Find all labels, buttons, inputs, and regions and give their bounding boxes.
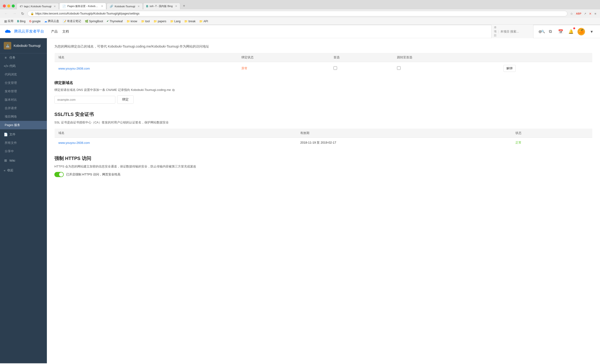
notifications-button[interactable]: 🔔: [567, 28, 575, 35]
sidebar-item-wiki[interactable]: ⊞ Wiki: [0, 156, 47, 164]
menu-button[interactable]: ≡: [593, 11, 597, 16]
bind-domain-button[interactable]: 绑定: [117, 95, 134, 104]
domain-link[interactable]: www.youyou-2608.com: [58, 67, 90, 70]
bookmark-break[interactable]: 📁 break: [183, 19, 197, 23]
address-actions: ☆ ABP ↗ ✕ ≡: [569, 11, 597, 16]
bookmark-youdao-label: 有道云笔记: [67, 19, 81, 23]
bookmark-youdao[interactable]: 📝 有道云笔记: [61, 19, 83, 24]
bookmark-star-button[interactable]: ☆: [569, 11, 574, 16]
bookmark-thymeleaf-label: Thymeleaf: [109, 20, 122, 23]
folder-lang-icon: 📁: [170, 20, 174, 23]
https-section-desc: HTTPS 会为您的网站建立加密的信息安全通道，保证数据传输的安全，防止传输内容…: [54, 164, 592, 169]
https-toggle[interactable]: [54, 172, 64, 177]
code-icon: </>: [4, 64, 8, 68]
tab-2-icon: 📄: [62, 5, 66, 8]
adblock-button[interactable]: ABP: [575, 12, 582, 16]
reload-button[interactable]: ↻: [20, 11, 26, 16]
bookmark-tencent-cloud[interactable]: ☁ 腾讯云盘: [43, 19, 60, 24]
sidebar-item-merge-request[interactable]: 合并请求: [0, 104, 47, 112]
url-bar[interactable]: 🔒 https://dev.tencent.com/u/Kobobuki-Tsu…: [28, 11, 567, 16]
search-box[interactable]: 本项目 | 🔍: [491, 24, 534, 39]
sidebar-item-project-network[interactable]: 项目网络: [0, 112, 47, 121]
bookmark-thymeleaf[interactable]: ✔ Thymeleaf: [105, 19, 124, 23]
https-section-title: 强制 HTTPS 访问: [54, 155, 592, 162]
lock-icon: 🔒: [30, 12, 34, 15]
back-button[interactable]: ←: [3, 11, 9, 16]
sidebar-item-files[interactable]: 📄 文件: [0, 130, 47, 139]
minimize-button[interactable]: [7, 4, 10, 8]
apps-grid-icon: ⊞: [4, 19, 7, 23]
sidebar-item-tasks[interactable]: ≡ 任务: [0, 53, 47, 62]
extension-btn-2[interactable]: ✕: [588, 11, 592, 16]
bookmark-springboot[interactable]: 🌿 SpringBoot: [84, 19, 104, 23]
chevron-left-icon: «: [4, 169, 5, 172]
sidebar-sharing-label: 分享中: [5, 149, 14, 154]
domain-status-badge: 异常: [241, 66, 247, 70]
tab-2-close[interactable]: ✕: [101, 5, 103, 8]
dropdown-button[interactable]: ▾: [588, 28, 595, 35]
bookmark-bing[interactable]: B Bing: [16, 19, 27, 23]
add-button[interactable]: ⊕: [536, 28, 544, 35]
browser-tab-3[interactable]: 🔗 Kotobuki-Tsumugi ✕: [107, 3, 142, 9]
https-toggle-label: 已开启强制 HTTPS 访问，网页安全性高: [66, 173, 121, 177]
preferred-checkbox[interactable]: [334, 66, 337, 70]
bookmark-api-label: API: [203, 20, 208, 23]
project-avatar: 🏯: [4, 42, 11, 49]
copy-button[interactable]: ⧉: [547, 28, 554, 35]
ssl-status-col-header: 状态: [512, 129, 592, 138]
sidebar-merge-label: 合并请求: [5, 106, 17, 110]
forward-button[interactable]: →: [11, 11, 18, 16]
close-button[interactable]: [3, 4, 6, 8]
extension-btn-1[interactable]: ↗: [583, 12, 587, 16]
ssl-domain-link[interactable]: www.youyou-2608.com: [58, 141, 90, 145]
sidebar-item-diff[interactable]: 版本对比: [0, 96, 47, 104]
bookmark-know[interactable]: 📁 know: [125, 19, 139, 23]
calendar-icon: 📅: [558, 29, 563, 34]
maximize-button[interactable]: [12, 4, 15, 8]
folder-tool-icon: 📁: [141, 20, 145, 23]
youdao-icon: 📝: [63, 20, 66, 23]
user-avatar[interactable]: 🍊: [578, 28, 585, 35]
top-nav-right: 本项目 | 🔍 ⊕ ⧉ 📅 🔔 🍊 ▾: [491, 24, 595, 39]
bookmark-google[interactable]: G google: [28, 19, 42, 23]
nav-docs[interactable]: 文档: [62, 28, 69, 35]
nav-products[interactable]: 产品: [51, 28, 58, 35]
browser-tab-1[interactable]: 🏷 tags | Kotobuki-Tsumugi ✕: [17, 3, 59, 9]
new-tab-button[interactable]: +: [181, 2, 188, 9]
logo-area: 腾讯云开发者平台: [5, 29, 44, 34]
domain-table-row: www.youyou-2608.com 异常 解绑: [55, 62, 592, 75]
sidebar-collapse-label: 收起: [7, 168, 13, 173]
bookmark-apps[interactable]: ⊞ 应用: [3, 19, 15, 24]
tab-1-close[interactable]: ✕: [54, 5, 56, 8]
tab-4-close[interactable]: ✕: [175, 5, 177, 8]
copy-cname-icon[interactable]: ⧉: [172, 88, 175, 92]
calendar-button[interactable]: 📅: [557, 28, 564, 35]
browser-tab-2[interactable]: 📄 Pages 服务设置 - Kobobuki-Ts... ✕: [59, 3, 106, 9]
sidebar-item-sharing[interactable]: 分享中: [0, 147, 47, 155]
bookmark-papers[interactable]: 📁 papers: [152, 19, 168, 23]
bookmark-tool[interactable]: 📁 tool: [140, 19, 151, 23]
tab-1-label: tags | Kotobuki-Tsumugi: [24, 5, 51, 8]
search-input[interactable]: [500, 30, 540, 33]
sidebar-collapse-button[interactable]: « 收起: [0, 164, 47, 174]
tab-1-icon: 🏷: [20, 5, 22, 8]
sidebar-item-code[interactable]: </> 代码: [0, 62, 47, 70]
logo-text: 腾讯云开发者平台: [14, 29, 44, 34]
ssl-domain-col-header: 域名: [55, 129, 297, 138]
sidebar-item-all-files[interactable]: 所有文件: [0, 139, 47, 147]
folder-break-icon: 📁: [184, 20, 188, 23]
browser-tab-4[interactable]: B ssh -T - 国内版 Bing ✕: [143, 3, 180, 9]
sidebar-item-release[interactable]: 发布管理: [0, 87, 47, 96]
tab-3-close[interactable]: ✕: [138, 5, 140, 8]
sidebar-item-code-browse[interactable]: 代码浏览: [0, 70, 47, 79]
redirect-checkbox[interactable]: [397, 66, 401, 70]
cloud-logo-icon: [5, 29, 12, 34]
sidebar-item-branch-management[interactable]: 分支管理: [0, 79, 47, 87]
bookmark-api[interactable]: 📁 API: [198, 19, 209, 23]
bookmark-papers-label: papers: [158, 20, 166, 23]
new-domain-input[interactable]: [54, 96, 115, 104]
bookmark-lang[interactable]: 📁 Lang: [169, 19, 182, 23]
sidebar-item-pages-service[interactable]: Pages 服务: [0, 121, 47, 129]
unbind-button[interactable]: 解绑: [503, 65, 516, 72]
url-text: https://dev.tencent.com/u/Kobobuki-Tsumu…: [35, 12, 564, 15]
